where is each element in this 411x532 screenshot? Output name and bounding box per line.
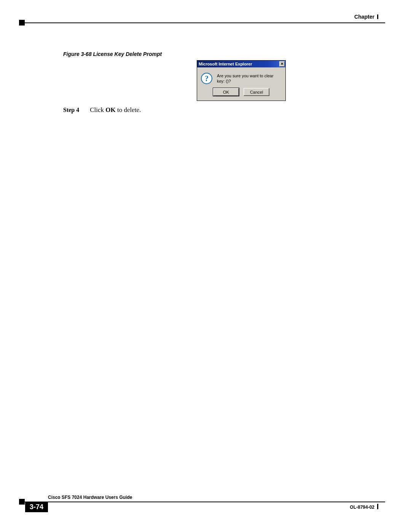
cancel-button-label: Cancel [250,90,263,94]
dialog-titlebar: Microsoft Internet Explorer ✕ [197,61,285,67]
step-text-bold: OK [105,106,115,113]
step-label: Step 4 [63,107,79,113]
dialog-button-row: OK Cancel [197,86,285,101]
dialog-message: Are you sure you want to clear key: ()? [217,73,282,84]
header-corner-square [19,20,25,26]
chapter-label: Chapter [354,14,374,20]
figure-caption: Figure 3-68 License Key Delete Prompt [63,51,374,57]
step-text-suffix: to delete. [116,106,141,113]
cancel-button[interactable]: Cancel [244,88,269,96]
dialog-close-button[interactable]: ✕ [279,61,285,67]
confirm-dialog: Microsoft Internet Explorer ✕ ? Are you … [197,60,286,101]
dialog-figure-wrap: Microsoft Internet Explorer ✕ ? Are you … [109,60,374,101]
footer-rule [19,502,385,502]
step-row: Step 4 Click OK to delete. [63,106,374,114]
footer-guide-title: Cisco SFS 7024 Hardware Users Guide [48,495,132,500]
close-icon: ✕ [280,62,284,66]
ok-button-label: OK [223,90,229,94]
footer-doc-id: OL-8794-02 [350,505,374,510]
step-text-prefix: Click [90,106,105,113]
question-mark-glyph: ? [205,74,209,83]
header-rule [19,22,385,23]
step-text: Click OK to delete. [90,106,141,114]
page-number: 3-74 [30,503,43,511]
footer-tick-mark [377,504,378,509]
dialog-body: ? Are you sure you want to clear key: ()… [197,67,285,86]
question-icon: ? [201,73,212,84]
page-number-box: 3-74 [25,502,48,512]
dialog-title: Microsoft Internet Explorer [199,62,252,66]
header-tick-mark [377,14,378,19]
page-footer: Cisco SFS 7024 Hardware Users Guide 3-74… [19,495,385,517]
page-header: Chapter [19,14,385,23]
footer-corner-square [19,499,25,505]
ok-button[interactable]: OK [213,88,239,96]
